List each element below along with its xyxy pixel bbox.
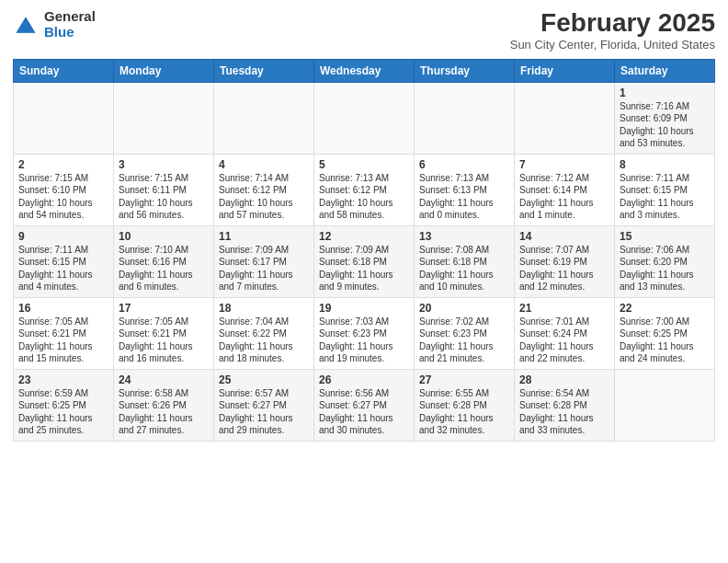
col-sunday: Sunday bbox=[14, 59, 114, 82]
day-number: 26 bbox=[319, 373, 409, 386]
day-info: Sunrise: 7:12 AM Sunset: 6:14 PM Dayligh… bbox=[519, 172, 609, 222]
col-friday: Friday bbox=[515, 59, 615, 82]
table-row: 9Sunrise: 7:11 AM Sunset: 6:15 PM Daylig… bbox=[14, 225, 114, 297]
logo-text: General Blue bbox=[44, 9, 96, 40]
main-title: February 2025 bbox=[510, 9, 715, 38]
calendar-header-row: Sunday Monday Tuesday Wednesday Thursday… bbox=[14, 59, 715, 82]
day-number: 20 bbox=[419, 302, 509, 315]
table-row: 27Sunrise: 6:55 AM Sunset: 6:28 PM Dayli… bbox=[415, 369, 515, 441]
calendar-week-row: 2Sunrise: 7:15 AM Sunset: 6:10 PM Daylig… bbox=[14, 154, 715, 225]
day-info: Sunrise: 7:06 AM Sunset: 6:20 PM Dayligh… bbox=[620, 244, 710, 293]
calendar-week-row: 9Sunrise: 7:11 AM Sunset: 6:15 PM Daylig… bbox=[14, 225, 715, 297]
day-info: Sunrise: 7:11 AM Sunset: 6:15 PM Dayligh… bbox=[620, 172, 710, 222]
day-info: Sunrise: 7:09 AM Sunset: 6:17 PM Dayligh… bbox=[219, 244, 309, 293]
day-number: 16 bbox=[18, 302, 108, 315]
table-row: 24Sunrise: 6:58 AM Sunset: 6:26 PM Dayli… bbox=[114, 369, 214, 441]
logo-blue-text: Blue bbox=[44, 25, 96, 40]
table-row: 17Sunrise: 7:05 AM Sunset: 6:21 PM Dayli… bbox=[114, 297, 214, 369]
day-info: Sunrise: 7:02 AM Sunset: 6:23 PM Dayligh… bbox=[419, 316, 509, 365]
title-area: February 2025 Sun City Center, Florida, … bbox=[510, 9, 715, 52]
table-row: 28Sunrise: 6:54 AM Sunset: 6:28 PM Dayli… bbox=[515, 369, 615, 441]
table-row bbox=[214, 82, 314, 154]
table-row: 18Sunrise: 7:04 AM Sunset: 6:22 PM Dayli… bbox=[214, 297, 314, 369]
day-number: 7 bbox=[519, 158, 609, 171]
table-row: 6Sunrise: 7:13 AM Sunset: 6:13 PM Daylig… bbox=[415, 154, 515, 225]
day-number: 6 bbox=[419, 158, 509, 171]
day-info: Sunrise: 7:01 AM Sunset: 6:24 PM Dayligh… bbox=[519, 316, 609, 365]
day-number: 19 bbox=[319, 302, 409, 315]
day-info: Sunrise: 7:11 AM Sunset: 6:15 PM Dayligh… bbox=[18, 244, 108, 293]
table-row: 3Sunrise: 7:15 AM Sunset: 6:11 PM Daylig… bbox=[114, 154, 214, 225]
day-number: 28 bbox=[519, 373, 609, 386]
day-number: 4 bbox=[219, 158, 309, 171]
calendar-week-row: 16Sunrise: 7:05 AM Sunset: 6:21 PM Dayli… bbox=[14, 297, 715, 369]
table-row: 14Sunrise: 7:07 AM Sunset: 6:19 PM Dayli… bbox=[515, 225, 615, 297]
day-number: 3 bbox=[119, 158, 209, 171]
logo-icon bbox=[13, 12, 39, 38]
day-number: 10 bbox=[119, 230, 209, 243]
day-info: Sunrise: 7:13 AM Sunset: 6:12 PM Dayligh… bbox=[319, 172, 409, 222]
subtitle: Sun City Center, Florida, United States bbox=[510, 38, 715, 52]
table-row bbox=[515, 82, 615, 154]
day-number: 11 bbox=[219, 230, 309, 243]
table-row: 1Sunrise: 7:16 AM Sunset: 6:09 PM Daylig… bbox=[615, 82, 715, 154]
day-info: Sunrise: 6:59 AM Sunset: 6:25 PM Dayligh… bbox=[18, 387, 108, 437]
table-row: 20Sunrise: 7:02 AM Sunset: 6:23 PM Dayli… bbox=[415, 297, 515, 369]
day-info: Sunrise: 6:54 AM Sunset: 6:28 PM Dayligh… bbox=[519, 387, 609, 437]
day-number: 1 bbox=[620, 86, 710, 99]
day-info: Sunrise: 7:13 AM Sunset: 6:13 PM Dayligh… bbox=[419, 172, 509, 222]
page: General Blue February 2025 Sun City Cent… bbox=[0, 0, 728, 563]
day-number: 2 bbox=[18, 158, 108, 171]
table-row: 7Sunrise: 7:12 AM Sunset: 6:14 PM Daylig… bbox=[515, 154, 615, 225]
day-number: 18 bbox=[219, 302, 309, 315]
table-row bbox=[114, 82, 214, 154]
day-info: Sunrise: 7:16 AM Sunset: 6:09 PM Dayligh… bbox=[620, 100, 710, 150]
day-number: 27 bbox=[419, 373, 509, 386]
day-number: 23 bbox=[18, 373, 108, 386]
table-row: 13Sunrise: 7:08 AM Sunset: 6:18 PM Dayli… bbox=[415, 225, 515, 297]
day-info: Sunrise: 7:03 AM Sunset: 6:23 PM Dayligh… bbox=[319, 316, 409, 365]
day-info: Sunrise: 7:10 AM Sunset: 6:16 PM Dayligh… bbox=[119, 244, 209, 293]
table-row: 15Sunrise: 7:06 AM Sunset: 6:20 PM Dayli… bbox=[615, 225, 715, 297]
header: General Blue February 2025 Sun City Cent… bbox=[13, 9, 715, 52]
day-info: Sunrise: 7:04 AM Sunset: 6:22 PM Dayligh… bbox=[219, 316, 309, 365]
day-number: 12 bbox=[319, 230, 409, 243]
day-number: 8 bbox=[620, 158, 710, 171]
day-info: Sunrise: 7:00 AM Sunset: 6:25 PM Dayligh… bbox=[620, 316, 710, 365]
table-row: 16Sunrise: 7:05 AM Sunset: 6:21 PM Dayli… bbox=[14, 297, 114, 369]
day-number: 22 bbox=[620, 302, 710, 315]
day-number: 13 bbox=[419, 230, 509, 243]
calendar-week-row: 1Sunrise: 7:16 AM Sunset: 6:09 PM Daylig… bbox=[14, 82, 715, 154]
table-row: 22Sunrise: 7:00 AM Sunset: 6:25 PM Dayli… bbox=[615, 297, 715, 369]
day-info: Sunrise: 7:05 AM Sunset: 6:21 PM Dayligh… bbox=[119, 316, 209, 365]
day-number: 21 bbox=[519, 302, 609, 315]
table-row: 10Sunrise: 7:10 AM Sunset: 6:16 PM Dayli… bbox=[114, 225, 214, 297]
day-number: 9 bbox=[18, 230, 108, 243]
table-row: 26Sunrise: 6:56 AM Sunset: 6:27 PM Dayli… bbox=[314, 369, 415, 441]
day-info: Sunrise: 6:58 AM Sunset: 6:26 PM Dayligh… bbox=[119, 387, 209, 437]
day-info: Sunrise: 7:05 AM Sunset: 6:21 PM Dayligh… bbox=[18, 316, 108, 365]
day-info: Sunrise: 7:15 AM Sunset: 6:10 PM Dayligh… bbox=[18, 172, 108, 222]
logo-area: General Blue bbox=[13, 9, 96, 40]
day-info: Sunrise: 7:07 AM Sunset: 6:19 PM Dayligh… bbox=[519, 244, 609, 293]
day-number: 17 bbox=[119, 302, 209, 315]
table-row: 19Sunrise: 7:03 AM Sunset: 6:23 PM Dayli… bbox=[314, 297, 415, 369]
table-row: 8Sunrise: 7:11 AM Sunset: 6:15 PM Daylig… bbox=[615, 154, 715, 225]
table-row: 12Sunrise: 7:09 AM Sunset: 6:18 PM Dayli… bbox=[314, 225, 415, 297]
table-row: 23Sunrise: 6:59 AM Sunset: 6:25 PM Dayli… bbox=[14, 369, 114, 441]
day-number: 24 bbox=[119, 373, 209, 386]
logo-general-text: General bbox=[44, 9, 96, 25]
day-number: 14 bbox=[519, 230, 609, 243]
table-row bbox=[415, 82, 515, 154]
svg-marker-1 bbox=[17, 19, 36, 32]
day-info: Sunrise: 7:15 AM Sunset: 6:11 PM Dayligh… bbox=[119, 172, 209, 222]
day-number: 15 bbox=[620, 230, 710, 243]
table-row: 25Sunrise: 6:57 AM Sunset: 6:27 PM Dayli… bbox=[214, 369, 314, 441]
calendar-table: Sunday Monday Tuesday Wednesday Thursday… bbox=[13, 59, 715, 442]
col-tuesday: Tuesday bbox=[214, 59, 314, 82]
calendar-week-row: 23Sunrise: 6:59 AM Sunset: 6:25 PM Dayli… bbox=[14, 369, 715, 441]
day-info: Sunrise: 6:56 AM Sunset: 6:27 PM Dayligh… bbox=[319, 387, 409, 437]
day-info: Sunrise: 7:14 AM Sunset: 6:12 PM Dayligh… bbox=[219, 172, 309, 222]
table-row: 5Sunrise: 7:13 AM Sunset: 6:12 PM Daylig… bbox=[314, 154, 415, 225]
day-info: Sunrise: 7:09 AM Sunset: 6:18 PM Dayligh… bbox=[319, 244, 409, 293]
